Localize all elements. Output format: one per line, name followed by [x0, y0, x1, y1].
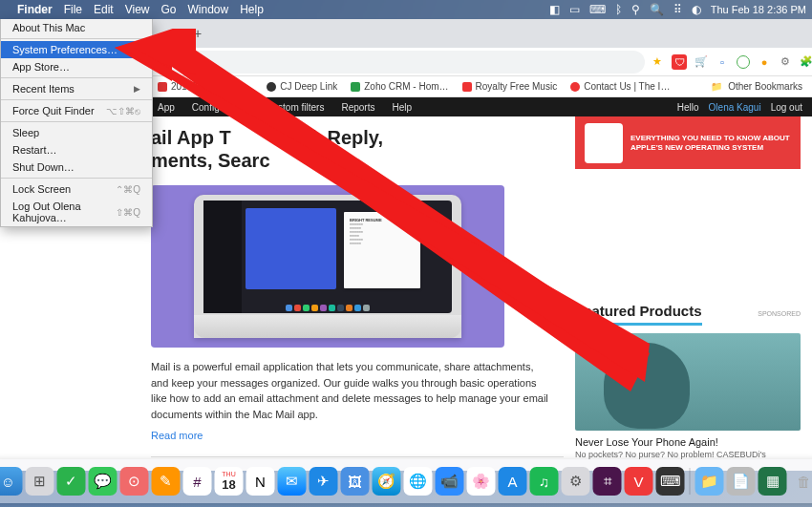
search-icon[interactable]: 🔍: [650, 3, 664, 16]
bookmark-contact[interactable]: Contact Us | The I…: [570, 81, 670, 92]
ext-dot-icon[interactable]: ●: [758, 55, 771, 69]
menagent-icon[interactable]: ◧: [549, 3, 560, 16]
nav-reports[interactable]: Reports: [341, 102, 374, 113]
bookmark-china[interactable]: 2016/2017 China…: [158, 81, 253, 92]
siri-icon[interactable]: ◐: [692, 3, 701, 16]
dock-trash[interactable]: 🗑: [790, 467, 813, 496]
ext-shield-icon[interactable]: 🛡: [672, 54, 687, 70]
bookmark-cj[interactable]: CJ Deep Link: [267, 81, 337, 92]
dock-doc[interactable]: 📄: [727, 467, 756, 496]
tab-close-icon[interactable]: ×: [158, 21, 184, 46]
dock-zoom[interactable]: 📹: [436, 467, 464, 496]
dock-vivaldi[interactable]: V: [625, 467, 653, 496]
bookmark-zoho[interactable]: Zoho CRM - Hom…: [351, 81, 448, 92]
dock: ☺ ⊞ ✓ 💬 ⊙ ✎ # THU18 N ✉ ✈ 🖼 🧭 🌐 📹 🌸 A ♫ …: [0, 459, 812, 503]
control-center-icon[interactable]: ⠿: [673, 3, 682, 16]
product-image[interactable]: [575, 333, 801, 431]
menu-window[interactable]: Window: [188, 3, 229, 16]
dock-notion[interactable]: N: [246, 467, 275, 496]
promo-banner[interactable]: EVERYTHING YOU NEED TO KNOW ABOUT APPLE'…: [575, 116, 801, 169]
folder-icon: 📁: [711, 81, 722, 92]
nav-app[interactable]: App: [158, 102, 175, 113]
menu-bar-left: Finder File Edit View Go Window Help: [6, 3, 264, 16]
dock-finder[interactable]: ☺: [0, 467, 23, 496]
menu-system-preferences[interactable]: System Preferences…: [1, 41, 152, 58]
dock-excel[interactable]: ▦: [759, 467, 787, 496]
menu-edit[interactable]: Edit: [94, 3, 114, 16]
menu-file[interactable]: File: [64, 3, 82, 16]
ext-puzzle-icon[interactable]: 🧩: [800, 55, 812, 69]
bluetooth-icon[interactable]: ᛒ: [615, 3, 622, 16]
nav-configuration[interactable]: Configuration: [192, 102, 248, 113]
bookmark-icon: [462, 82, 472, 92]
dock-settings[interactable]: ⚙: [562, 467, 590, 496]
product-subtitle: No pockets? No purse? No problem! CASEBU…: [575, 450, 801, 459]
dock-spark[interactable]: ✈: [310, 467, 338, 496]
ext-box-icon[interactable]: ▫: [716, 55, 729, 69]
menu-view[interactable]: View: [125, 3, 150, 16]
nav-hello: Hello: [677, 102, 699, 113]
dock-slack2[interactable]: ⌗: [593, 467, 622, 496]
menu-lock-screen[interactable]: Lock Screen⌃⌘Q: [1, 180, 152, 198]
bookmark-icon: [158, 82, 167, 92]
chevron-right-icon: ▶: [134, 84, 140, 94]
dock-asana[interactable]: ⊙: [120, 467, 149, 496]
other-bookmarks[interactable]: Other Bookmarks: [728, 81, 802, 92]
nav-logout[interactable]: Log out: [771, 102, 802, 113]
bookmark-icon: [570, 82, 580, 92]
menu-help[interactable]: Help: [240, 3, 264, 16]
menu-sleep[interactable]: Sleep: [1, 124, 152, 141]
keyboard-icon[interactable]: ⌨: [589, 3, 606, 16]
dock-separator: [690, 468, 691, 495]
menu-app-store[interactable]: App Store…: [1, 58, 152, 75]
sponsored-label: SPONSORED: [758, 310, 801, 317]
ext-circle-icon[interactable]: [737, 55, 750, 69]
dock-appstore[interactable]: A: [499, 467, 527, 496]
menu-log-out[interactable]: Log Out Olena Kahujova…⇧⌘Q: [1, 198, 152, 226]
dock-feedly[interactable]: ✓: [57, 467, 86, 496]
dock-terminal[interactable]: ⌨: [656, 467, 685, 496]
address-bar[interactable]: [158, 51, 645, 74]
dock-calendar[interactable]: THU18: [215, 467, 244, 496]
menu-app-name[interactable]: Finder: [17, 3, 53, 16]
menu-bar: Finder File Edit View Go Window Help ◧ ▭…: [0, 0, 812, 19]
read-more-link[interactable]: Read more: [151, 430, 564, 441]
menu-about-this-mac[interactable]: About This Mac: [1, 19, 152, 36]
dock-mail[interactable]: ✉: [278, 467, 307, 496]
menu-go[interactable]: Go: [161, 3, 177, 16]
nav-help[interactable]: Help: [392, 102, 412, 113]
dock-messages[interactable]: 💬: [89, 467, 118, 496]
menu-clock[interactable]: Thu Feb 18 2:36 PM: [711, 4, 806, 15]
extension-icons: ★ 🛡 🛒 ▫ ● ⚙ 🧩 ⋮: [651, 54, 812, 70]
product-title[interactable]: Never Lose Your Phone Again!: [575, 436, 801, 448]
laptop-graphic: BRIGHT RESUME━━━━━━━━━━━━━━━━━━━━━━━━━━━…: [194, 195, 461, 338]
dock-safari[interactable]: 🧭: [373, 467, 401, 496]
menu-recent-items[interactable]: Recent Items▶: [1, 80, 152, 97]
dock-folder[interactable]: 📁: [695, 467, 724, 496]
apple-menu-dropdown: About This Mac System Preferences… App S…: [0, 19, 153, 227]
menu-shutdown[interactable]: Shut Down…: [1, 158, 152, 176]
menu-force-quit[interactable]: Force Quit Finder⌥⇧⌘⎋: [1, 102, 152, 119]
menu-restart[interactable]: Restart…: [1, 141, 152, 158]
dock-spotify[interactable]: ♫: [530, 467, 559, 496]
sidebar-column: EVERYTHING YOU NEED TO KNOW ABOUT APPLE'…: [575, 116, 812, 471]
promo-phone-icon: [585, 123, 623, 163]
ext-cart-icon[interactable]: 🛒: [694, 55, 708, 69]
dock-slack[interactable]: #: [183, 467, 212, 496]
dock-preview[interactable]: 🖼: [341, 467, 370, 496]
dock-photos[interactable]: 🌸: [467, 467, 496, 496]
dock-launchpad[interactable]: ⊞: [26, 467, 54, 496]
wifi-icon[interactable]: ⚲: [631, 3, 640, 16]
new-tab-button[interactable]: +: [184, 21, 211, 46]
nav-username[interactable]: Olena Kagui: [709, 102, 761, 113]
dock-pages[interactable]: ✎: [152, 467, 181, 496]
article-title: ail App Tips: Send, Reply, ments, Search…: [151, 126, 564, 172]
battery-icon[interactable]: ▭: [569, 3, 580, 16]
ext-star-icon[interactable]: ★: [651, 55, 664, 69]
article-excerpt: Mail is a powerful email application tha…: [151, 359, 552, 422]
bookmark-royalty[interactable]: Royalty Free Music: [462, 81, 558, 92]
dock-chrome[interactable]: 🌐: [404, 467, 433, 496]
nav-custom-filters[interactable]: Custom filters: [266, 102, 324, 113]
menu-bar-right: ◧ ▭ ⌨ ᛒ ⚲ 🔍 ⠿ ◐ Thu Feb 18 2:36 PM: [549, 3, 806, 16]
ext-gear-icon[interactable]: ⚙: [779, 55, 792, 69]
